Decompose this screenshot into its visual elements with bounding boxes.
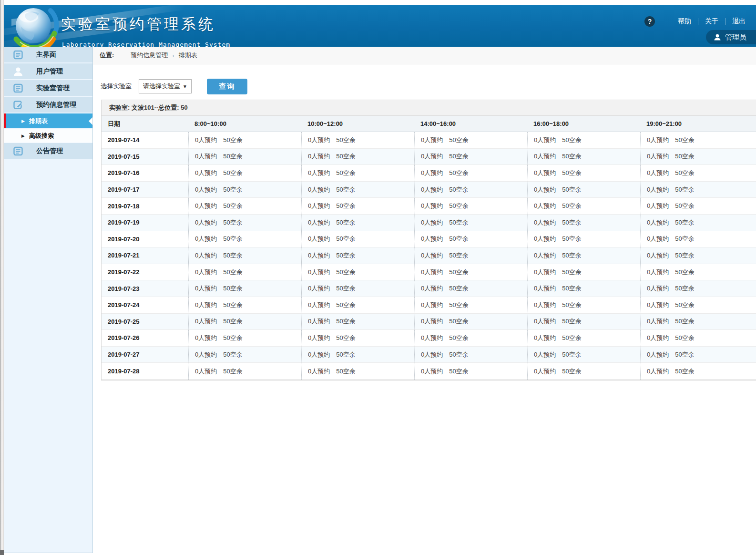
slot-cell: 0人预约50空余 [527,314,640,330]
slot-cell: 0人预约50空余 [414,363,527,380]
slot-cell: 0人预约50空余 [640,182,756,198]
breadcrumb-label: 位置: [100,51,114,60]
app-subtitle: Laboratory Reservation Management System [62,41,230,47]
slot-cell: 0人预约50空余 [301,280,414,297]
free-count: 50空余 [336,317,355,326]
reserved-count: 0人预约 [195,301,217,309]
reserved-count: 0人预约 [534,350,556,359]
free-count: 50空余 [562,284,581,293]
free-count: 50空余 [449,136,468,144]
reserved-count: 0人预约 [421,202,443,210]
sidebar-item-schedule[interactable]: ▶排期表 [4,113,92,128]
free-count: 50空余 [223,152,242,161]
reserved-count: 0人预约 [534,317,556,326]
free-count: 50空余 [562,202,581,210]
table-row: 2019-07-210人预约50空余0人预约50空余0人预约50空余0人预约50… [102,247,756,264]
free-count: 50空余 [223,334,242,342]
table-row: 2019-07-170人预约50空余0人预约50空余0人预约50空余0人预约50… [102,182,756,198]
reserved-count: 0人预约 [647,235,669,243]
slot-cell: 0人预约50空余 [414,132,527,148]
reserved-count: 0人预约 [647,251,669,260]
reserved-count: 0人预约 [195,317,217,326]
date-cell: 2019-07-21 [102,247,188,264]
slot-cell: 0人预约50空余 [188,264,301,280]
slot-cell: 0人预约50空余 [527,198,640,214]
sidebar-item-advanced-search[interactable]: ▶高级搜索 [4,129,92,143]
sidebar-item-user-management[interactable]: 用户管理 [4,63,92,79]
slot-cell: 0人预约50空余 [188,149,301,165]
free-count: 50空余 [223,317,242,326]
free-count: 50空余 [223,268,242,277]
slot-cell: 0人预约50空余 [414,314,527,330]
reserved-count: 0人预约 [308,334,330,342]
help-icon[interactable]: ? [644,16,655,27]
slot-cell: 0人预约50空余 [527,297,640,313]
reserved-count: 0人预约 [195,185,217,194]
reserved-count: 0人预约 [534,169,556,177]
table-row: 2019-07-250人预约50空余0人预约50空余0人预约50空余0人预约50… [102,314,756,330]
query-button[interactable]: 查询 [207,79,247,94]
current-user-badge[interactable]: 管理员 [706,30,756,44]
window-edge-corner [0,550,4,555]
free-count: 50空余 [336,202,355,210]
slot-cell: 0人预约50空余 [188,247,301,264]
sidebar-item-home[interactable]: 主界面 [4,47,92,62]
reserved-count: 0人预约 [308,202,330,210]
reserved-count: 0人预约 [195,268,217,277]
reserved-count: 0人预约 [421,251,443,260]
free-count: 50空余 [675,152,694,161]
reserved-count: 0人预约 [308,284,330,293]
reserved-count: 0人预约 [421,350,443,359]
about-link[interactable]: 关于 [698,17,725,26]
caret-right-icon: ▶ [21,134,25,138]
reserved-count: 0人预约 [647,185,669,194]
slot-cell: 0人预约50空余 [414,297,527,313]
breadcrumb-link-schedule[interactable]: 排期表 [179,51,197,60]
free-count: 50空余 [449,169,468,177]
reserved-count: 0人预约 [308,169,330,177]
free-count: 50空余 [223,251,242,260]
reserved-count: 0人预约 [308,136,330,144]
window-edge [0,0,4,555]
free-count: 50空余 [223,202,242,210]
slot-cell: 0人预约50空余 [527,363,640,380]
user-icon [714,33,721,41]
slot-cell: 0人预约50空余 [188,231,301,247]
reserved-count: 0人预约 [308,251,330,260]
reserved-count: 0人预约 [534,202,556,210]
reserved-count: 0人预约 [647,218,669,227]
slot-cell: 0人预约50空余 [301,231,414,247]
free-count: 50空余 [562,235,581,243]
table-row: 2019-07-160人预约50空余0人预约50空余0人预约50空余0人预约50… [102,165,756,182]
sidebar-item-lab-management[interactable]: 实验室管理 [4,80,92,96]
free-count: 50空余 [336,350,355,359]
free-count: 50空余 [336,218,355,227]
table-row: 2019-07-280人预约50空余0人预约50空余0人预约50空余0人预约50… [102,363,756,380]
lab-select[interactable]: 请选择实验室 ▼ [139,79,192,93]
sidebar-item-announcement-management[interactable]: 公告管理 [4,143,92,159]
breadcrumb-link-reservation-management[interactable]: 预约信息管理 [131,51,168,60]
logout-link[interactable]: 退出 [725,17,752,26]
free-count: 50空余 [449,218,468,227]
reserved-count: 0人预约 [308,350,330,359]
date-cell: 2019-07-22 [102,264,188,280]
free-count: 50空余 [449,367,468,376]
slot-cell: 0人预约50空余 [301,330,414,346]
sidebar-item-reservation-management[interactable]: 预约信息管理 [4,97,92,113]
reserved-count: 0人预约 [195,169,217,177]
user-icon [13,66,23,77]
list-icon [13,50,23,60]
reserved-count: 0人预约 [534,251,556,260]
free-count: 50空余 [675,185,694,194]
reserved-count: 0人预约 [195,136,217,144]
schedule-header-row: 日期8:00~10:0010:00~12:0014:00~16:0016:00~… [102,116,756,132]
help-link[interactable]: 帮助 [671,17,698,26]
table-row: 2019-07-260人预约50空余0人预约50空余0人预约50空余0人预约50… [102,330,756,347]
table-row: 2019-07-200人预约50空余0人预约50空余0人预约50空余0人预约50… [102,231,756,248]
slot-cell: 0人预约50空余 [640,132,756,148]
table-row: 2019-07-220人预约50空余0人预约50空余0人预约50空余0人预约50… [102,264,756,281]
free-count: 50空余 [562,317,581,326]
free-count: 50空余 [562,152,581,161]
slot-cell: 0人预约50空余 [527,165,640,181]
column-header-timeslot: 19:00~21:00 [640,116,756,132]
